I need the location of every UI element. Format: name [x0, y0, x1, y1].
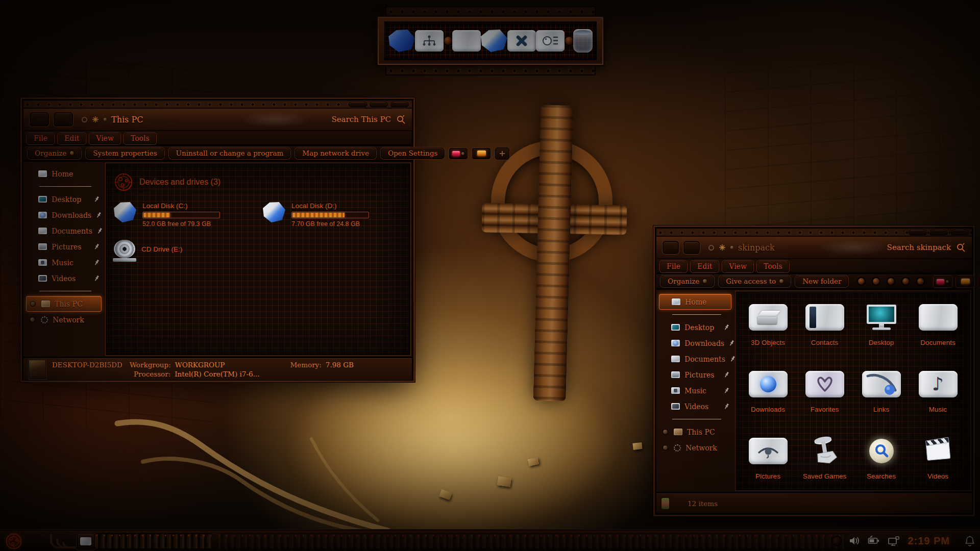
- notification-area[interactable]: [965, 535, 975, 546]
- menu-edit[interactable]: Edit: [58, 133, 86, 144]
- close-button[interactable]: [390, 102, 409, 108]
- titlebar[interactable]: This PC Search This PC: [23, 109, 412, 131]
- search-box[interactable]: Search skinpack: [887, 243, 966, 253]
- menu-edit[interactable]: Edit: [691, 261, 719, 272]
- drive-d-item[interactable]: Local Disk (D:) 7.70 GB free of 24.8 GB: [263, 202, 394, 228]
- sidebar-item-pictures[interactable]: Pictures: [659, 367, 731, 383]
- sidebar-item-pictures[interactable]: Pictures: [26, 239, 102, 255]
- view-orange-button[interactable]: [472, 148, 491, 159]
- folder-links[interactable]: Links: [853, 362, 910, 429]
- battery-icon[interactable]: [868, 536, 880, 546]
- sidebar-item-this-pc[interactable]: This PC: [659, 424, 731, 440]
- pin-icon[interactable]: [94, 196, 100, 203]
- pin-icon[interactable]: [730, 356, 736, 362]
- maximize-button[interactable]: [370, 102, 388, 108]
- dock-computer-icon[interactable]: [388, 30, 415, 52]
- folder-music[interactable]: Music: [910, 362, 966, 429]
- dock-documents-icon[interactable]: [452, 30, 481, 52]
- hidden-icons-button[interactable]: [832, 537, 841, 545]
- expand-knob[interactable]: [31, 302, 35, 306]
- pin-icon[interactable]: [97, 228, 103, 234]
- pin-icon[interactable]: [96, 212, 102, 218]
- folder-downloads[interactable]: Downloads: [740, 362, 796, 429]
- sidebar-item-music[interactable]: Music: [26, 255, 102, 270]
- expand-knob[interactable]: [663, 445, 668, 450]
- pin-icon[interactable]: [724, 387, 729, 394]
- pin-icon[interactable]: [94, 275, 100, 282]
- pin-icon[interactable]: [729, 340, 734, 346]
- drive-c-item[interactable]: Local Disk (C:) 52.0 GB free of 79.3 GB: [114, 202, 244, 228]
- sidebar-item-documents[interactable]: Documents: [659, 351, 731, 367]
- folder-videos[interactable]: Videos: [910, 429, 966, 490]
- menu-view[interactable]: View: [89, 133, 120, 144]
- sidebar-item-downloads[interactable]: Downloads: [659, 335, 731, 351]
- dock-control-panel-icon[interactable]: [536, 30, 565, 52]
- menu-file[interactable]: File: [27, 133, 54, 144]
- uninstall-button[interactable]: Uninstall or change a program: [169, 147, 291, 159]
- pin-icon[interactable]: [724, 324, 729, 331]
- expand-knob[interactable]: [663, 430, 668, 434]
- menu-file[interactable]: File: [660, 261, 687, 272]
- system-properties-button[interactable]: System properties: [86, 147, 164, 159]
- menu-tools[interactable]: Tools: [124, 133, 156, 144]
- sidebar-item-documents[interactable]: Documents: [26, 223, 102, 239]
- forward-button[interactable]: [683, 241, 700, 254]
- menu-tools[interactable]: Tools: [757, 261, 789, 272]
- view-red-button[interactable]: [449, 148, 468, 159]
- sidebar-item-downloads[interactable]: Downloads: [26, 207, 102, 223]
- start-button[interactable]: [5, 532, 23, 550]
- sidebar-item-videos[interactable]: Videos: [659, 398, 731, 414]
- taskbar-explorer-button[interactable]: [77, 533, 95, 550]
- maximize-button[interactable]: [929, 230, 948, 236]
- sidebar-item-home[interactable]: Home: [659, 294, 731, 310]
- search-box[interactable]: Search This PC: [331, 115, 406, 124]
- sidebar-item-desktop[interactable]: Desktop: [26, 191, 102, 207]
- sidebar-item-videos[interactable]: Videos: [26, 270, 102, 286]
- open-settings-button[interactable]: Open Settings: [381, 147, 445, 159]
- sidebar-item-network[interactable]: Network: [26, 312, 102, 328]
- expand-knob[interactable]: [30, 317, 35, 322]
- menu-view[interactable]: View: [722, 261, 753, 272]
- dock-recycle-bin-icon[interactable]: [573, 29, 593, 53]
- folder-saved-games[interactable]: Saved Games: [796, 429, 853, 490]
- back-button[interactable]: [663, 241, 679, 254]
- volume-icon[interactable]: [849, 536, 860, 546]
- forward-button[interactable]: [54, 112, 73, 127]
- dock-network-icon[interactable]: [415, 30, 444, 52]
- view-orange-button[interactable]: [956, 276, 974, 287]
- display-icon[interactable]: [888, 536, 900, 546]
- minimize-button[interactable]: [909, 230, 927, 236]
- dock-user-files-icon[interactable]: [481, 30, 507, 52]
- pin-icon[interactable]: [724, 403, 729, 410]
- back-button[interactable]: [30, 112, 49, 127]
- new-folder-button[interactable]: New folder: [795, 276, 848, 287]
- sidebar-item-desktop[interactable]: Desktop: [659, 319, 731, 335]
- folder-3d-objects[interactable]: 3D Objects: [740, 295, 796, 362]
- sidebar-item-this-pc[interactable]: This PC: [26, 296, 102, 312]
- organize-button[interactable]: Organize: [28, 147, 81, 159]
- view-red-button[interactable]: [934, 276, 952, 287]
- folder-desktop[interactable]: Desktop: [853, 295, 910, 362]
- cd-drive-item[interactable]: CD Drive (E:): [114, 240, 244, 258]
- sidebar-item-home[interactable]: Home: [26, 166, 102, 182]
- pin-icon[interactable]: [724, 371, 729, 378]
- folder-contacts[interactable]: Contacts: [796, 295, 853, 362]
- minimize-button[interactable]: [349, 102, 367, 108]
- group-header[interactable]: Devices and drives (3): [114, 172, 402, 192]
- organize-button[interactable]: Organize: [660, 276, 714, 287]
- folder-documents[interactable]: Documents: [910, 295, 966, 362]
- folder-pictures[interactable]: Pictures: [740, 429, 796, 490]
- sidebar-item-network[interactable]: Network: [659, 440, 731, 456]
- sidebar-item-music[interactable]: Music: [659, 383, 731, 398]
- folder-favorites[interactable]: Favorites: [796, 362, 853, 429]
- pin-icon[interactable]: [94, 243, 100, 250]
- titlebar[interactable]: skinpack Search skinpack: [656, 237, 972, 259]
- close-button[interactable]: [950, 230, 969, 236]
- expand-ribbon-button[interactable]: [495, 147, 509, 160]
- folder-searches[interactable]: Searches: [853, 429, 910, 490]
- map-network-drive-button[interactable]: Map network drive: [295, 147, 376, 159]
- give-access-button[interactable]: Give access to: [719, 276, 791, 287]
- pin-icon[interactable]: [94, 259, 100, 266]
- taskbar-clock[interactable]: 2:19 PM: [908, 535, 950, 547]
- dock-close-icon[interactable]: [507, 30, 536, 52]
